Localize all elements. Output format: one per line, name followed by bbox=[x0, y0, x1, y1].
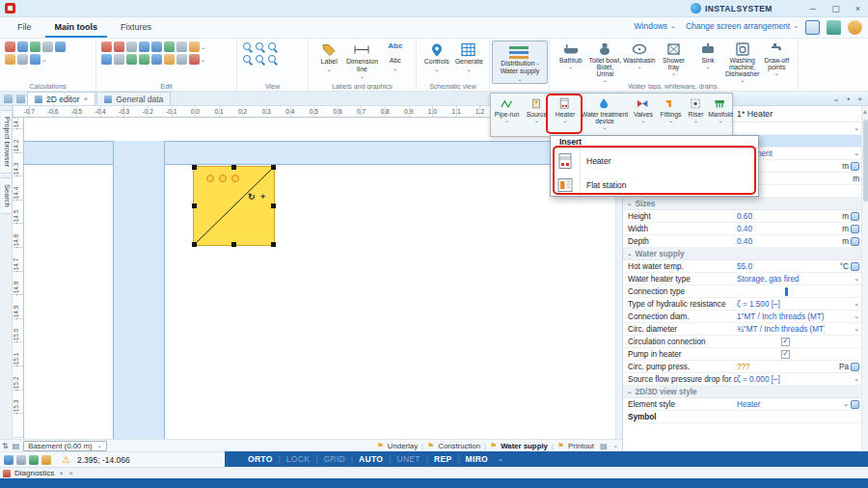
edit-tool-icon[interactable] bbox=[164, 54, 175, 65]
chevron-down-icon[interactable]: ⌄ bbox=[201, 56, 205, 64]
layer-toggle-underlay[interactable]: Underlay bbox=[388, 442, 418, 450]
flyout-item-fittings[interactable]: Fittings⌄ bbox=[657, 94, 685, 136]
controls-button[interactable]: Controls⌄ bbox=[420, 41, 453, 72]
minimize-button[interactable]: ─ bbox=[810, 4, 816, 14]
layer-flag-icon[interactable]: ⚑ bbox=[490, 442, 497, 450]
flyout-item-heater[interactable]: Heater⌄ bbox=[551, 94, 580, 136]
chevron-down-icon[interactable]: ⌄ bbox=[854, 124, 859, 132]
property-section-water-supply[interactable]: ⌄Water supply bbox=[623, 248, 861, 260]
properties-scrollbar[interactable] bbox=[861, 106, 868, 451]
layer-settings-icon[interactable]: ▤ bbox=[600, 442, 608, 450]
level-selector[interactable]: Basement (0.00 m) ⌄ bbox=[23, 441, 107, 451]
property-value[interactable]: ✓ bbox=[737, 338, 825, 346]
edit-tool-icon[interactable] bbox=[176, 54, 187, 65]
chevron-down-icon[interactable]: ⌄ bbox=[854, 375, 859, 383]
catalog-icon[interactable] bbox=[851, 212, 859, 221]
selection-handle[interactable] bbox=[192, 165, 197, 170]
property-value[interactable] bbox=[737, 287, 825, 296]
connection-point[interactable] bbox=[206, 175, 214, 182]
selection-handle[interactable] bbox=[192, 203, 197, 208]
catalog-icon[interactable] bbox=[851, 363, 859, 371]
flyout-item-water-treatment-device[interactable]: Water treatment device⌄ bbox=[580, 94, 630, 136]
maximize-button[interactable]: ▢ bbox=[831, 4, 840, 14]
layer-flag-icon[interactable]: ⚑ bbox=[377, 442, 384, 450]
calc-tool-icon[interactable] bbox=[5, 54, 15, 65]
label-button[interactable]: Label⌄ bbox=[312, 41, 345, 80]
layer-toggle-printout[interactable]: Printout bbox=[568, 442, 594, 450]
status-toggle-unet[interactable]: UNET bbox=[396, 454, 420, 464]
shower-tray-button[interactable]: Shower tray⌄ bbox=[657, 41, 692, 84]
zoom-icon[interactable] bbox=[242, 41, 253, 52]
toilet-bowl-bidet-urinal-button[interactable]: Toilet bowl, Bidet, Urinal⌄ bbox=[588, 41, 623, 84]
property-value[interactable]: ζ = 0.000 [–] bbox=[737, 375, 825, 384]
connection-type-icon[interactable] bbox=[785, 287, 788, 296]
catalog-icon[interactable] bbox=[851, 237, 859, 246]
close-icon[interactable]: × bbox=[857, 95, 862, 103]
side-tab-search[interactable]: Search bbox=[1, 177, 13, 214]
flyout-item-pipe-run[interactable]: Pipe-run⌄ bbox=[491, 94, 523, 136]
calc-tool-icon[interactable] bbox=[55, 41, 66, 52]
connection-point[interactable] bbox=[231, 175, 239, 182]
draw-off-points-button[interactable]: Draw-off points⌄ bbox=[759, 41, 794, 84]
property-value[interactable]: 0.60 bbox=[737, 212, 825, 221]
connection-point[interactable] bbox=[219, 175, 227, 182]
chevron-down-icon[interactable]: ⌄ bbox=[613, 442, 618, 449]
edit-tool-icon[interactable] bbox=[176, 41, 187, 52]
chevron-down-icon[interactable]: ⌄ bbox=[718, 118, 722, 124]
status-tool-icon[interactable] bbox=[16, 455, 26, 465]
chevron-down-icon[interactable]: ⌄ bbox=[843, 400, 849, 408]
zoom-icon[interactable] bbox=[255, 54, 265, 65]
status-toggle-lock[interactable]: LOCK bbox=[286, 454, 310, 464]
distribution-water-supply-button[interactable]: Distribution - Water supply ⌄ bbox=[492, 41, 548, 84]
zoom-icon[interactable] bbox=[255, 41, 265, 52]
edit-tool-icon[interactable] bbox=[151, 41, 162, 52]
calc-tool-icon[interactable] bbox=[30, 54, 41, 65]
chevron-down-icon[interactable]: ⌄ bbox=[534, 118, 539, 124]
insert-menu-item-flat-station[interactable]: Flat station bbox=[551, 173, 758, 197]
edit-tool-icon[interactable] bbox=[101, 54, 112, 65]
edit-tool-icon[interactable] bbox=[139, 41, 149, 52]
level-up-down-icon[interactable]: ⇅ bbox=[2, 442, 9, 450]
property-value[interactable]: ??? bbox=[737, 363, 825, 371]
calc-tool-icon[interactable] bbox=[17, 41, 28, 52]
menu-link-windows[interactable]: Windows⌄ bbox=[635, 21, 676, 31]
scroll-up-icon[interactable] bbox=[863, 110, 867, 114]
abc-button[interactable]: AbcAbc⌄ bbox=[379, 41, 412, 80]
layer-flag-icon[interactable]: ⚑ bbox=[427, 442, 434, 450]
chevron-down-icon[interactable]: ⌄ bbox=[854, 149, 859, 157]
edit-tool-icon[interactable] bbox=[151, 54, 162, 65]
calc-tool-icon[interactable] bbox=[30, 41, 41, 52]
chevron-down-icon[interactable]: ⌄ bbox=[504, 118, 509, 124]
status-toggle-miro[interactable]: MIRO bbox=[466, 454, 488, 464]
chevron-down-icon[interactable]: ⌄ bbox=[201, 43, 205, 51]
edit-tool-icon[interactable] bbox=[139, 54, 149, 65]
calc-tool-icon[interactable] bbox=[42, 41, 53, 52]
property-value[interactable]: ✓ bbox=[737, 350, 825, 359]
dimension-line-button[interactable]: Dimension line⌄ bbox=[345, 41, 378, 80]
chevron-down-icon[interactable]: ⌄ bbox=[854, 275, 859, 283]
washbasin-button[interactable]: Washbasin⌄ bbox=[622, 41, 657, 84]
checkbox-checked-icon[interactable]: ✓ bbox=[781, 338, 790, 346]
edit-tool-icon[interactable] bbox=[126, 54, 137, 65]
dock-icon[interactable] bbox=[16, 95, 25, 103]
pin-icon[interactable]: ▪ bbox=[847, 95, 850, 103]
menu-link-change-screen-arrangement[interactable]: Change screen arrangement⌄ bbox=[686, 21, 799, 31]
flyout-item-valves[interactable]: Valves⌄ bbox=[630, 94, 657, 136]
status-toggle-grid[interactable]: GRID bbox=[323, 454, 344, 464]
chevron-down-icon[interactable]: ⌄ bbox=[498, 455, 503, 463]
property-value[interactable]: ¾"MT / Inch threads (MT) bbox=[737, 325, 825, 334]
washing-machine-dishwasher-button[interactable]: Washing machine, Dishwasher⌄ bbox=[725, 41, 760, 84]
property-value[interactable]: 55.0 bbox=[737, 262, 825, 271]
generate-button[interactable]: Generate⌄ bbox=[453, 41, 486, 72]
tab-general-data[interactable]: General data bbox=[96, 92, 171, 105]
flyout-item-riser[interactable]: Riser⌄ bbox=[685, 94, 707, 136]
chevron-down-icon[interactable]: ⌄ bbox=[854, 312, 859, 320]
selection-handle[interactable] bbox=[271, 203, 276, 208]
selection-handle[interactable] bbox=[192, 242, 197, 247]
edit-tool-icon[interactable] bbox=[114, 41, 124, 52]
chevron-down-icon[interactable]: ⌄ bbox=[41, 56, 46, 64]
flyout-item-source[interactable]: Source⌄ bbox=[523, 94, 551, 136]
move-handle-icon[interactable]: + bbox=[260, 192, 265, 202]
rotate-handle-icon[interactable]: ↻ bbox=[248, 192, 256, 202]
property-value[interactable]: 0.40 bbox=[737, 225, 825, 233]
